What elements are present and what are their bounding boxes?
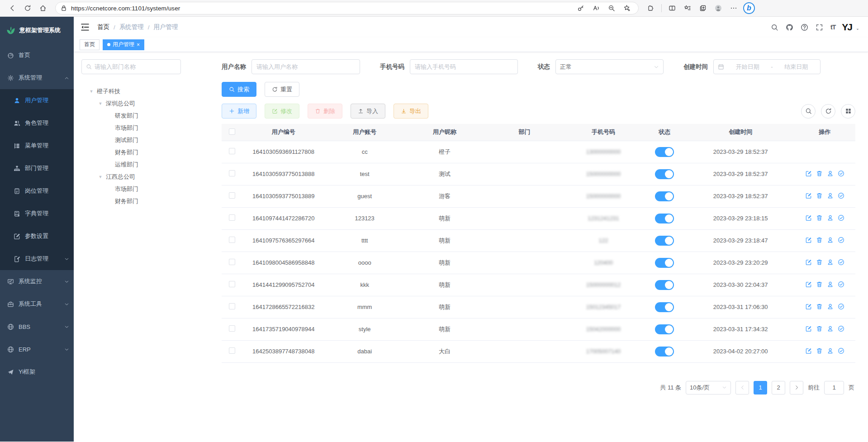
status-toggle[interactable] bbox=[655, 191, 674, 201]
refresh-button[interactable] bbox=[21, 2, 34, 14]
sidebar-item-dept-mgmt[interactable]: 部门管理 bbox=[0, 157, 74, 180]
edit-row-icon[interactable] bbox=[805, 259, 812, 266]
row-checkbox[interactable] bbox=[229, 170, 235, 176]
edit-row-icon[interactable] bbox=[805, 237, 812, 243]
sidebar-item-param-settings[interactable]: 参数设置 bbox=[0, 225, 74, 247]
home-button[interactable] bbox=[36, 2, 50, 14]
reset-password-icon[interactable] bbox=[827, 192, 834, 199]
row-checkbox[interactable] bbox=[229, 192, 235, 199]
url-text[interactable]: https://ccnetcore.com:1101/system/user bbox=[71, 5, 570, 12]
row-checkbox[interactable] bbox=[229, 237, 235, 243]
tree-expand-icon[interactable]: ▼ bbox=[88, 89, 95, 94]
refresh-circle-button[interactable] bbox=[821, 104, 835, 119]
assign-role-icon[interactable] bbox=[838, 303, 844, 310]
page-button-1[interactable]: 1 bbox=[754, 381, 767, 394]
delete-row-icon[interactable] bbox=[816, 192, 823, 199]
row-checkbox[interactable] bbox=[229, 214, 235, 221]
edit-row-icon[interactable] bbox=[805, 281, 812, 288]
select-all-checkbox[interactable] bbox=[229, 128, 235, 135]
font-size-button[interactable]: tT bbox=[830, 24, 835, 31]
tree-expand-icon[interactable]: ▼ bbox=[97, 101, 104, 106]
url-bar[interactable]: https://ccnetcore.com:1101/system/user bbox=[55, 2, 639, 14]
tab-用户管理[interactable]: 用户管理× bbox=[103, 39, 144, 50]
dept-search-input[interactable] bbox=[95, 63, 176, 70]
sidebar-item-home[interactable]: 首页 bbox=[0, 44, 74, 67]
user-avatar-logo[interactable]: YJ bbox=[842, 22, 852, 33]
sidebar-item-log-mgmt[interactable]: 日志管理 bbox=[0, 247, 74, 270]
assign-role-icon[interactable] bbox=[838, 192, 844, 199]
status-toggle[interactable] bbox=[655, 324, 674, 334]
sidebar-item-dict-mgmt[interactable]: 字典管理 bbox=[0, 202, 74, 225]
dept-node[interactable]: ▼深圳总公司 bbox=[81, 97, 222, 109]
next-page-button[interactable] bbox=[790, 381, 803, 394]
assign-role-icon[interactable] bbox=[838, 170, 844, 177]
back-button[interactable] bbox=[5, 2, 19, 14]
modify-button[interactable]: 修改 bbox=[265, 104, 299, 119]
date-range-picker[interactable]: 开始日期 - 结束日期 bbox=[713, 59, 821, 74]
edit-row-icon[interactable] bbox=[805, 192, 812, 199]
status-toggle[interactable] bbox=[655, 214, 674, 223]
fullscreen-button[interactable] bbox=[816, 24, 823, 31]
status-toggle[interactable] bbox=[655, 169, 674, 179]
github-button[interactable] bbox=[786, 24, 793, 31]
breadcrumb-item[interactable]: 用户管理 bbox=[154, 23, 178, 31]
sidebar-item-system-tools[interactable]: 系统工具 bbox=[0, 293, 74, 315]
page-size-select[interactable]: 10条/页 bbox=[686, 381, 731, 394]
reset-button[interactable]: 重置 bbox=[265, 82, 299, 97]
delete-row-icon[interactable] bbox=[816, 281, 823, 288]
more-button[interactable] bbox=[727, 2, 740, 14]
reset-password-icon[interactable] bbox=[827, 347, 834, 354]
edit-row-icon[interactable] bbox=[805, 347, 812, 354]
status-toggle[interactable] bbox=[655, 302, 674, 312]
assign-role-icon[interactable] bbox=[838, 325, 844, 332]
export-button[interactable]: 导出 bbox=[394, 104, 428, 119]
page-button-2[interactable]: 2 bbox=[772, 381, 785, 394]
status-toggle[interactable] bbox=[655, 280, 674, 290]
bing-copilot-icon[interactable]: b bbox=[743, 2, 755, 14]
sidebar-item-bbs[interactable]: BBS bbox=[0, 315, 74, 338]
favorites-bar-button[interactable] bbox=[681, 2, 694, 14]
row-checkbox[interactable] bbox=[229, 303, 235, 309]
status-toggle[interactable] bbox=[655, 236, 674, 246]
delete-row-icon[interactable] bbox=[816, 325, 823, 332]
status-toggle[interactable] bbox=[655, 258, 674, 268]
search-button[interactable] bbox=[771, 24, 778, 31]
assign-role-icon[interactable] bbox=[838, 237, 844, 243]
breadcrumb-item[interactable]: 系统管理 bbox=[119, 23, 144, 31]
tree-expand-icon[interactable]: ▼ bbox=[97, 175, 104, 179]
row-checkbox[interactable] bbox=[229, 259, 235, 265]
delete-row-icon[interactable] bbox=[816, 237, 823, 243]
extensions-button[interactable] bbox=[644, 2, 658, 14]
dept-node[interactable]: ▼江西总公司 bbox=[81, 171, 222, 183]
help-button[interactable] bbox=[801, 24, 808, 31]
import-button[interactable]: 导入 bbox=[351, 104, 385, 119]
add-button[interactable]: 新增 bbox=[222, 104, 256, 119]
status-select[interactable]: 正常 bbox=[555, 59, 664, 74]
row-checkbox[interactable] bbox=[229, 281, 235, 287]
key-button[interactable] bbox=[574, 2, 588, 14]
assign-role-icon[interactable] bbox=[838, 214, 844, 221]
edit-row-icon[interactable] bbox=[805, 170, 812, 177]
zoom-out-button[interactable] bbox=[605, 2, 618, 14]
dept-node[interactable]: 研发部门 bbox=[81, 109, 222, 122]
sidebar-item-erp[interactable]: ERP bbox=[0, 338, 74, 361]
sidebar-item-post-mgmt[interactable]: 岗位管理 bbox=[0, 180, 74, 202]
delete-row-icon[interactable] bbox=[816, 259, 823, 266]
tab-close-icon[interactable]: × bbox=[137, 42, 140, 48]
read-aloud-button[interactable] bbox=[589, 2, 603, 14]
sidebar-item-system-mgmt[interactable]: 系统管理 bbox=[0, 67, 74, 89]
sidebar-fold-icon[interactable] bbox=[80, 22, 90, 32]
row-checkbox[interactable] bbox=[229, 347, 235, 354]
sidebar-item-user-mgmt[interactable]: 用户管理 bbox=[0, 89, 74, 112]
search-circle-button[interactable] bbox=[801, 104, 816, 119]
reset-password-icon[interactable] bbox=[827, 325, 834, 332]
user-menu-caret-icon[interactable] bbox=[855, 27, 860, 32]
dept-node[interactable]: 测试部门 bbox=[81, 134, 222, 146]
profile-button[interactable] bbox=[711, 2, 725, 14]
dept-node[interactable]: 财务部门 bbox=[81, 195, 222, 207]
status-toggle[interactable] bbox=[655, 147, 674, 157]
reset-password-icon[interactable] bbox=[827, 259, 834, 266]
assign-role-icon[interactable] bbox=[838, 259, 844, 266]
delete-button[interactable]: 删除 bbox=[308, 104, 342, 119]
dept-node[interactable]: 财务部门 bbox=[81, 146, 222, 158]
